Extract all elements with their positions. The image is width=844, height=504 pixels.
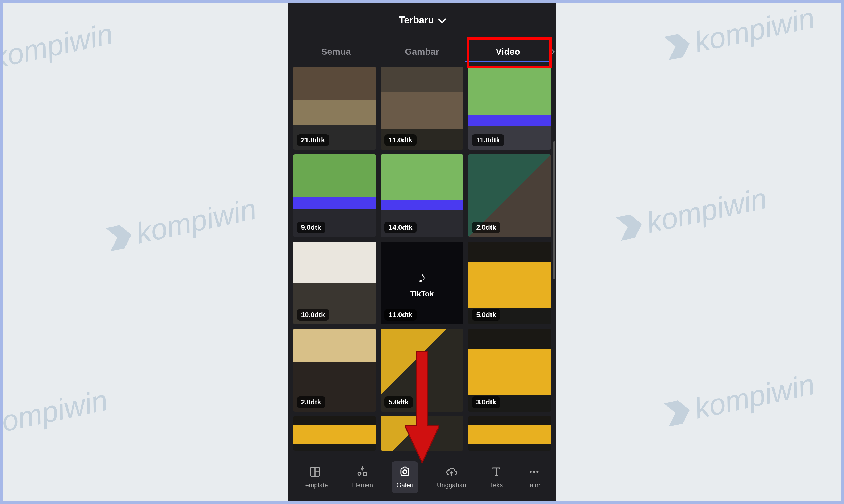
nav-elemen[interactable]: Elemen xyxy=(347,461,378,493)
duration-badge: 2.0dtk xyxy=(297,396,325,408)
duration-badge: 9.0dtk xyxy=(297,222,325,233)
sort-label: Terbaru xyxy=(399,15,434,26)
svg-point-9 xyxy=(533,471,535,473)
more-icon xyxy=(528,466,540,478)
duration-badge: 11.0dtk xyxy=(384,134,417,146)
nav-label: Elemen xyxy=(351,482,373,489)
video-thumbnail[interactable]: 21.0dtk xyxy=(293,67,376,149)
tiktok-label: TikTok xyxy=(410,290,434,298)
duration-badge: 11.0dtk xyxy=(384,309,417,321)
duration-badge: 11.0dtk xyxy=(472,134,504,146)
nav-label: Teks xyxy=(490,482,503,489)
nav-label: Unggahan xyxy=(437,482,466,489)
nav-galeri[interactable]: Galeri xyxy=(392,461,418,493)
duration-badge: 5.0dtk xyxy=(472,309,500,321)
video-thumbnail[interactable]: 2.0dtk xyxy=(293,329,376,411)
nav-teks[interactable]: Teks xyxy=(485,461,507,493)
text-icon xyxy=(490,466,503,478)
nav-template[interactable]: Template xyxy=(297,461,333,493)
media-tabs: Semua Gambar Video xyxy=(288,31,556,61)
video-thumbnail[interactable] xyxy=(468,416,551,451)
svg-point-3 xyxy=(358,472,361,475)
tab-video[interactable]: Video xyxy=(465,42,551,61)
nav-lainnya[interactable]: Lainn xyxy=(521,461,547,493)
video-thumbnail[interactable]: ♪ TikTok 11.0dtk xyxy=(381,242,463,324)
svg-point-8 xyxy=(530,471,532,473)
video-thumbnail[interactable]: 9.0dtk xyxy=(293,154,376,237)
video-thumbnail[interactable]: 5.0dtk xyxy=(381,329,463,411)
duration-badge: 3.0dtk xyxy=(472,396,500,408)
duration-badge: 2.0dtk xyxy=(472,222,500,233)
duration-badge: 21.0dtk xyxy=(297,134,329,146)
tiktok-icon: ♪ xyxy=(418,268,426,286)
gallery-icon xyxy=(398,466,411,478)
video-thumbnail[interactable]: 2.0dtk xyxy=(468,154,551,237)
video-grid[interactable]: 21.0dtk 11.0dtk 11.0dtk 9.0dtk 14.0dtk 2… xyxy=(288,61,556,456)
chevron-down-icon xyxy=(438,15,446,23)
phone-screenshot: Terbaru Semua Gambar Video 21.0dtk 11.0d… xyxy=(288,3,556,501)
duration-badge: 14.0dtk xyxy=(384,222,417,233)
nav-label: Lainn xyxy=(526,482,542,489)
tab-gambar[interactable]: Gambar xyxy=(379,42,465,61)
video-thumbnail[interactable]: 3.0dtk xyxy=(468,329,551,411)
video-thumbnail[interactable]: 5.0dtk xyxy=(468,242,551,324)
nav-label: Template xyxy=(302,482,328,489)
svg-point-10 xyxy=(536,471,538,473)
chevron-right-icon xyxy=(550,49,555,54)
svg-rect-4 xyxy=(363,472,366,475)
elements-icon xyxy=(356,466,369,478)
video-thumbnail[interactable] xyxy=(293,416,376,451)
video-thumbnail[interactable] xyxy=(381,416,463,451)
video-thumbnail[interactable]: 11.0dtk xyxy=(468,67,551,149)
template-icon xyxy=(309,466,321,478)
sort-dropdown[interactable]: Terbaru xyxy=(288,15,556,26)
scrollbar[interactable] xyxy=(553,141,555,280)
video-thumbnail[interactable]: 10.0dtk xyxy=(293,242,376,324)
video-thumbnail[interactable]: 14.0dtk xyxy=(381,154,463,237)
nav-label: Galeri xyxy=(396,482,413,489)
upload-icon xyxy=(445,466,458,478)
svg-point-5 xyxy=(403,470,407,474)
nav-unggahan[interactable]: Unggahan xyxy=(432,461,471,493)
video-thumbnail[interactable]: 11.0dtk xyxy=(381,67,463,149)
duration-badge: 5.0dtk xyxy=(384,396,413,408)
bottom-nav: Template Elemen Galeri Unggahan Teks xyxy=(288,456,556,501)
duration-badge: 10.0dtk xyxy=(297,309,329,321)
tab-semua[interactable]: Semua xyxy=(293,42,379,61)
tab-video-label: Video xyxy=(496,47,520,57)
gallery-header: Terbaru xyxy=(288,3,556,31)
